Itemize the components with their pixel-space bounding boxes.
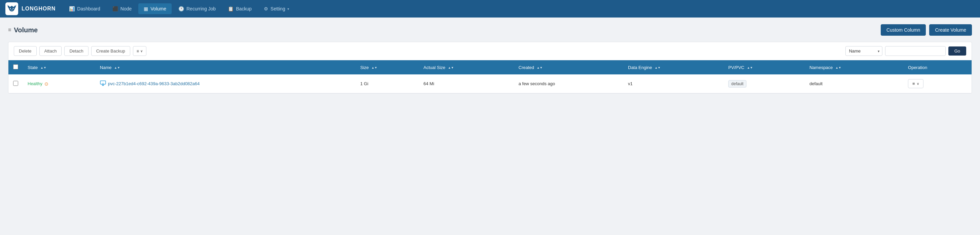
search-input[interactable] xyxy=(885,46,946,56)
dashboard-icon: 📊 xyxy=(69,6,75,11)
data-engine-sort-icon[interactable]: ▲▼ xyxy=(655,66,660,69)
volume-name-text: pvc-227b1ed4-c692-439a-9633-3ab2dd082a64 xyxy=(108,81,200,86)
row-data-engine: v1 xyxy=(628,81,633,86)
navbar: LONGHORN 📊 Dashboard ⬛ Node ▦ Volume 🕐 R… xyxy=(0,0,980,18)
state-label: Healthy xyxy=(28,81,42,86)
delete-button[interactable]: Delete xyxy=(14,46,37,56)
brand-name: LONGHORN xyxy=(22,6,56,12)
logo-icon xyxy=(7,5,16,13)
nav-label-dashboard: Dashboard xyxy=(77,6,100,11)
toolbar-right: Name State Namespace Go xyxy=(845,46,966,56)
row-pv-pvc-badge: default xyxy=(728,80,746,88)
node-icon: ⬛ xyxy=(112,6,118,11)
header-namespace-label: Namespace xyxy=(810,65,833,70)
nav-item-recurring-job[interactable]: 🕐 Recurring Job xyxy=(173,3,221,14)
header-name: Name ▲▼ xyxy=(95,60,356,74)
detach-button[interactable]: Detach xyxy=(64,46,88,56)
recurring-job-icon: 🕐 xyxy=(178,6,184,11)
backup-icon: 📋 xyxy=(228,6,234,11)
page-title: ≡ Volume xyxy=(8,26,38,34)
search-select[interactable]: Name State Namespace xyxy=(845,46,882,56)
name-sort-icon[interactable]: ▲▼ xyxy=(114,66,120,69)
header-state-label: State xyxy=(28,65,38,70)
page-content: ≡ Volume Custom Column Create Volume Del… xyxy=(0,18,980,100)
header-operation-label: Operation xyxy=(908,65,927,70)
bulk-action-button[interactable]: ≡ ∨ xyxy=(133,46,146,56)
nav-item-node[interactable]: ⬛ Node xyxy=(107,3,137,14)
nav-item-volume[interactable]: ▦ Volume xyxy=(138,3,172,14)
nav-label-backup: Backup xyxy=(236,6,252,11)
nav-label-setting: Setting xyxy=(270,6,285,11)
row-pv-pvc-cell: default xyxy=(724,74,805,93)
select-all-checkbox[interactable] xyxy=(13,64,18,69)
row-created-cell: a few seconds ago xyxy=(514,74,623,93)
table-container: State ▲▼ Name ▲▼ Size ▲▼ Actual Size ▲▼ xyxy=(8,60,972,94)
operation-button[interactable]: ≡ ∨ xyxy=(908,79,923,88)
row-checkbox-cell xyxy=(8,74,23,93)
nav-item-dashboard[interactable]: 📊 Dashboard xyxy=(64,3,106,14)
search-select-wrapper: Name State Namespace xyxy=(845,46,882,56)
nav-label-recurring-job: Recurring Job xyxy=(186,6,216,11)
row-size: 1 Gi xyxy=(360,81,369,86)
row-created: a few seconds ago xyxy=(519,81,555,86)
header-operation: Operation xyxy=(903,60,972,74)
nav-label-node: Node xyxy=(121,6,132,11)
toolbar: Delete Attach Detach Create Backup ≡ ∨ N… xyxy=(8,42,972,60)
nav-item-setting[interactable]: ⚙ Setting ▾ xyxy=(258,3,295,14)
header-name-label: Name xyxy=(100,65,112,70)
page-header: ≡ Volume Custom Column Create Volume xyxy=(8,24,972,36)
operation-icon: ≡ xyxy=(912,81,915,86)
header-actual-size-label: Actual Size xyxy=(423,65,445,70)
table-body: Healthy ⊙ xyxy=(8,74,972,93)
nav-items: 📊 Dashboard ⬛ Node ▦ Volume 🕐 Recurring … xyxy=(64,3,294,14)
toolbar-left: Delete Attach Detach Create Backup ≡ ∨ xyxy=(14,46,146,56)
header-size-label: Size xyxy=(360,65,369,70)
header-pv-pvc: PV/PVC ▲▼ xyxy=(724,60,805,74)
row-actual-size: 64 Mi xyxy=(423,81,434,86)
header-pv-pvc-label: PV/PVC xyxy=(728,65,745,70)
brand: LONGHORN xyxy=(5,2,56,15)
row-checkbox[interactable] xyxy=(13,81,18,86)
create-volume-button[interactable]: Create Volume xyxy=(929,24,972,36)
go-button[interactable]: Go xyxy=(948,46,966,56)
page-title-icon: ≡ xyxy=(8,27,11,33)
header-state: State ▲▼ xyxy=(23,60,95,74)
header-created-label: Created xyxy=(519,65,534,70)
created-sort-icon[interactable]: ▲▼ xyxy=(537,66,543,69)
row-actual-size-cell: 64 Mi xyxy=(418,74,514,93)
header-buttons: Custom Column Create Volume xyxy=(881,24,972,36)
setting-dropdown-icon: ▾ xyxy=(287,7,289,11)
volumes-table: State ▲▼ Name ▲▼ Size ▲▼ Actual Size ▲▼ xyxy=(8,60,972,93)
header-created: Created ▲▼ xyxy=(514,60,623,74)
volume-download-icon xyxy=(100,80,106,87)
actual-size-sort-icon[interactable]: ▲▼ xyxy=(448,66,454,69)
row-operation-cell: ≡ ∨ xyxy=(903,74,972,93)
custom-column-button[interactable]: Custom Column xyxy=(881,24,926,36)
state-healthy: Healthy ⊙ xyxy=(28,81,91,86)
size-sort-icon[interactable]: ▲▼ xyxy=(371,66,377,69)
header-namespace: Namespace ▲▼ xyxy=(805,60,903,74)
nav-label-volume: Volume xyxy=(150,6,166,11)
row-name-cell: pvc-227b1ed4-c692-439a-9633-3ab2dd082a64 xyxy=(95,74,356,93)
svg-point-0 xyxy=(10,8,11,9)
row-namespace-cell: default xyxy=(805,74,903,93)
table-row: Healthy ⊙ xyxy=(8,74,972,93)
table-header: State ▲▼ Name ▲▼ Size ▲▼ Actual Size ▲▼ xyxy=(8,60,972,74)
header-actual-size: Actual Size ▲▼ xyxy=(418,60,514,74)
state-sort-icon[interactable]: ▲▼ xyxy=(40,66,46,69)
setting-icon: ⚙ xyxy=(264,6,268,11)
logo xyxy=(5,2,18,15)
attach-button[interactable]: Attach xyxy=(40,46,62,56)
nav-item-backup[interactable]: 📋 Backup xyxy=(223,3,257,14)
header-data-engine-label: Data Engine xyxy=(628,65,652,70)
create-backup-button[interactable]: Create Backup xyxy=(91,46,130,56)
bulk-action-icon: ≡ xyxy=(137,49,139,54)
volume-name-link[interactable]: pvc-227b1ed4-c692-439a-9633-3ab2dd082a64 xyxy=(100,80,351,87)
row-data-engine-cell: v1 xyxy=(623,74,724,93)
row-state-cell: Healthy ⊙ xyxy=(23,74,95,93)
header-size: Size ▲▼ xyxy=(356,60,419,74)
svg-point-1 xyxy=(13,8,14,9)
namespace-sort-icon[interactable]: ▲▼ xyxy=(835,66,842,69)
header-checkbox-cell xyxy=(8,60,23,74)
pv-pvc-sort-icon[interactable]: ▲▼ xyxy=(747,66,753,69)
